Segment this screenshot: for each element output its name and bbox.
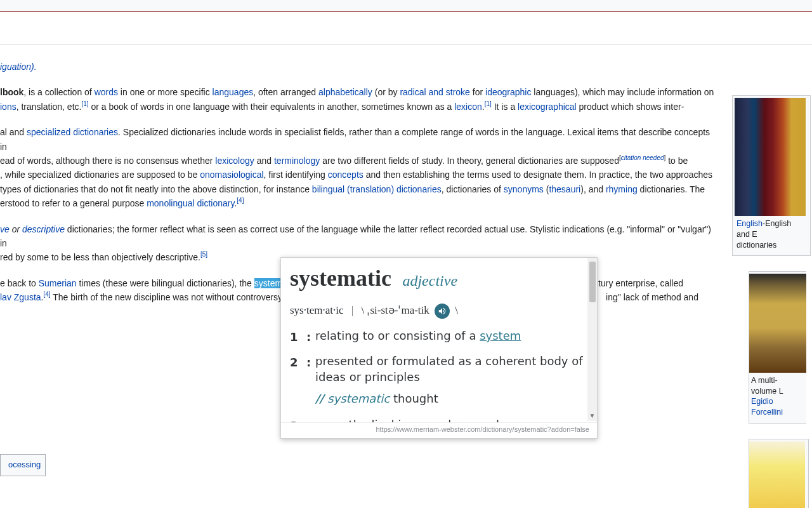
syllabification: sys·tem·at·ic — [290, 304, 344, 316]
dictionary-popup: systematic adjective sys·tem·at·ic | \ ˌ… — [280, 257, 598, 439]
popup-headword: systematic — [290, 267, 391, 290]
link-thesauri[interactable]: thesauri — [549, 184, 580, 194]
link-forcellini[interactable]: Egidio Forcellini — [751, 397, 783, 417]
figure-1-image[interactable] — [735, 98, 806, 216]
sense-number: 1 — [290, 328, 306, 347]
link-lexicology[interactable]: lexicology — [215, 156, 254, 166]
link-radical-stroke[interactable]: radical and stroke — [400, 87, 470, 97]
definition-link-system[interactable]: system — [480, 329, 521, 342]
toc-box: ocessing — [0, 454, 46, 476]
popup-part-of-speech[interactable]: adjective — [402, 272, 457, 289]
link-specialized-dictionaries[interactable]: specialized dictionaries — [27, 127, 118, 137]
link-descriptive[interactable]: descriptive — [22, 224, 65, 234]
link-lexicographical[interactable]: lexicographical — [518, 102, 577, 112]
link-english[interactable]: English — [737, 219, 763, 228]
example-marker: // — [315, 392, 324, 405]
ref-4[interactable]: [4] — [237, 197, 244, 204]
link-words[interactable]: words — [95, 87, 118, 97]
colon: : — [306, 354, 315, 385]
definition-2: 2 : presented or formulated as a coheren… — [290, 354, 583, 385]
figure-2-image[interactable] — [749, 274, 806, 373]
link-lexicon[interactable]: lexicon — [454, 102, 482, 112]
figure-1: English-English and Edictionaries — [732, 95, 811, 256]
separator-pipe: | — [351, 304, 353, 316]
ref-4b[interactable]: [4] — [43, 291, 50, 298]
hatnote: iguation). — [0, 60, 812, 74]
colon: : — [306, 328, 315, 347]
example-italic: systematic — [327, 392, 390, 405]
scroll-down-arrow-icon[interactable]: ▼ — [587, 411, 597, 420]
definition-text: relating to or consisting of a system — [315, 328, 583, 347]
link-terminology[interactable]: terminology — [274, 156, 320, 166]
browser-chrome-top — [0, 0, 812, 11]
citation-needed[interactable]: [citation needed] — [619, 154, 665, 161]
popup-source-url[interactable]: https://www.merriam-webster.com/dictiona… — [281, 422, 597, 438]
definitions: 1 : relating to or consisting of a syste… — [290, 328, 583, 430]
link-zgusta[interactable]: lav Zgusta — [0, 292, 41, 302]
link-onomasiological[interactable]: onomasiological — [200, 170, 263, 180]
figure-2-caption: A multi-volume LEgidio Forcellini — [749, 375, 806, 421]
bold-lead: lbook — [0, 87, 23, 97]
example-usage: //systematic thought — [315, 390, 583, 408]
sidebar: English-English and Edictionaries A mult… — [732, 95, 812, 481]
ref-1[interactable]: [1] — [81, 100, 88, 107]
paragraph-2: al and specialized dictionaries. Special… — [0, 125, 812, 210]
pronunciation: \ ˌsi-stə-ˈma-tik — [361, 304, 429, 316]
link-monolingual-dictionary[interactable]: monolingual dictionary — [147, 198, 234, 208]
figure-3 — [749, 439, 809, 481]
pronunciation-close: \ — [455, 304, 458, 316]
example-rest: thought — [390, 392, 438, 405]
sense-number: 2 — [290, 354, 306, 385]
speaker-icon — [438, 307, 447, 316]
ref-5[interactable]: [5] — [200, 251, 207, 258]
figure-2: A multi-volume LEgidio Forcellini — [749, 271, 806, 424]
link-synonyms[interactable]: synonyms — [504, 184, 544, 194]
figure-1-caption: English-English and Edictionaries — [735, 218, 808, 253]
link-definitions[interactable]: ions — [0, 102, 16, 112]
popup-scrollbar-thumb[interactable] — [589, 262, 596, 302]
definition-text: presented or formulated as a coherent bo… — [315, 354, 583, 385]
definition-1: 1 : relating to or consisting of a syste… — [290, 328, 583, 347]
toc-item[interactable]: ocessing — [8, 458, 37, 472]
paragraph-1: lbook, is a collection of words in one o… — [0, 85, 812, 114]
link-prescriptive[interactable]: ve — [0, 224, 10, 234]
link-rhyming[interactable]: rhyming — [606, 184, 638, 194]
audio-button[interactable] — [435, 304, 450, 319]
popup-scrollbar-track[interactable] — [587, 258, 597, 421]
link-languages[interactable]: languages — [213, 87, 254, 97]
figure-3-image[interactable] — [749, 441, 805, 481]
ref-1b[interactable]: [1] — [485, 100, 492, 107]
link-sumerian[interactable]: Sumerian — [39, 278, 77, 288]
pronunciation-row: sys·tem·at·ic | \ ˌsi-stə-ˈma-tik \ — [290, 302, 583, 319]
link-alphabetically[interactable]: alphabetically — [318, 87, 372, 97]
disambiguation-link[interactable]: iguation). — [0, 62, 37, 72]
link-ideographic[interactable]: ideographic — [485, 87, 531, 97]
link-bilingual-dictionaries[interactable]: bilingual (translation) dictionaries — [312, 184, 442, 194]
link-concepts[interactable]: concepts — [328, 170, 363, 180]
title-underline — [0, 44, 812, 44]
